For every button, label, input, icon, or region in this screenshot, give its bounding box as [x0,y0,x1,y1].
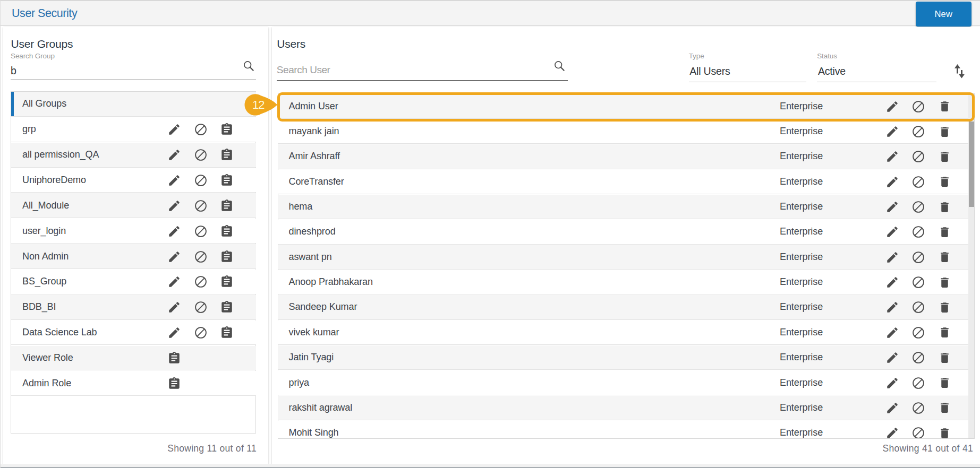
svg-text:12: 12 [252,98,265,111]
